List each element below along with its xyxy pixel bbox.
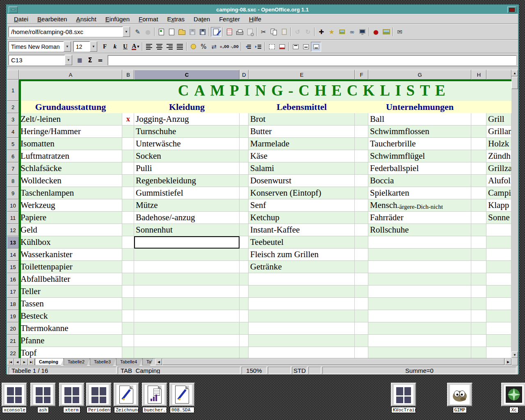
cell-B8[interactable]	[122, 175, 134, 187]
cell-B16[interactable]	[122, 273, 134, 285]
cell-C7[interactable]: Pulli	[134, 162, 240, 175]
stop-loading-icon[interactable]: ●	[143, 27, 153, 37]
align-right-icon[interactable]	[164, 42, 175, 52]
cell-F6[interactable]	[355, 150, 368, 162]
cell-A3[interactable]: Zelt/-leinen	[19, 113, 122, 126]
cell-D16[interactable]	[240, 273, 249, 285]
cell-reference-dropdown-button[interactable]: ▼	[65, 55, 72, 65]
column-header-D[interactable]: D	[240, 70, 249, 80]
cell-D11[interactable]	[240, 212, 249, 224]
sheet-last-button[interactable]: ▶|	[28, 358, 35, 365]
cell-C22[interactable]	[134, 347, 240, 358]
cell-E15[interactable]: Getränke	[249, 261, 355, 273]
desktop-icon-008-sda-[interactable]: 008.SDA (	[169, 383, 195, 415]
cell-H12[interactable]	[471, 224, 486, 236]
cell-E16[interactable]	[249, 273, 355, 285]
cell-H6[interactable]	[471, 150, 486, 162]
font-name-input[interactable]: Times New Roman	[9, 41, 64, 52]
column-header-A[interactable]: A	[19, 70, 122, 80]
cell-H7[interactable]	[471, 162, 486, 175]
cell-C10[interactable]: Mütze	[134, 199, 240, 212]
cell-E10[interactable]: Senf	[249, 199, 355, 212]
cell-H14[interactable]	[471, 249, 486, 261]
cell-B7[interactable]	[122, 162, 134, 175]
cell-A17[interactable]: Teller	[19, 285, 122, 298]
cell-D15[interactable]	[240, 261, 249, 273]
cell-F18[interactable]	[355, 298, 368, 310]
cell-E21[interactable]	[249, 335, 355, 347]
cell-H13[interactable]	[471, 236, 486, 249]
cell-E5[interactable]: Marmelade	[249, 138, 355, 150]
cell-D13[interactable]	[240, 236, 249, 249]
cell-C16[interactable]	[134, 273, 240, 285]
cell-D6[interactable]	[240, 150, 249, 162]
hyperlink-icon[interactable]: ∞	[347, 27, 357, 37]
row-header-16[interactable]: 16	[7, 273, 19, 285]
cell-E7[interactable]: Salami	[249, 162, 355, 175]
desktop-icon-xconsole[interactable]: xconsole	[2, 383, 27, 415]
font-size-combobox[interactable]: 12 ▼	[73, 41, 97, 52]
cell-G9[interactable]: Spielkarten	[368, 187, 471, 199]
cell-E18[interactable]	[249, 298, 355, 310]
redo-icon[interactable]: ↻	[303, 27, 313, 37]
cell-A12[interactable]: Geld	[19, 224, 122, 236]
underline-button[interactable]: U	[120, 42, 130, 52]
hscroll-right-button[interactable]: ▶	[505, 358, 511, 365]
cell-B19[interactable]	[122, 310, 134, 322]
select-all-corner[interactable]	[7, 70, 19, 80]
cell-A20[interactable]: Thermokanne	[19, 322, 122, 335]
cell-A22[interactable]: Topf	[19, 347, 122, 358]
column-header-G[interactable]: G	[368, 70, 471, 80]
sheet-tab-camping[interactable]: Camping	[35, 358, 64, 365]
desktop-icon-kvoctrain[interactable]: KVocTrain	[391, 383, 416, 415]
cell-F20[interactable]	[355, 322, 368, 335]
cell-B13[interactable]	[122, 236, 134, 249]
delete-decimal-icon[interactable]: -,00	[229, 42, 240, 52]
cell-A4[interactable]: Heringe/Hammer	[19, 126, 122, 138]
cell-H10[interactable]	[471, 199, 486, 212]
menu-format[interactable]: Format	[134, 15, 163, 23]
cell-H19[interactable]	[471, 310, 486, 322]
cell-F10[interactable]	[355, 199, 368, 212]
cell-D17[interactable]	[240, 285, 249, 298]
cell-F17[interactable]	[355, 285, 368, 298]
background-color-icon[interactable]	[277, 42, 287, 52]
align-left-icon[interactable]	[144, 42, 154, 52]
desktop-icon-zeichnung-[interactable]: Zeichnung-	[114, 383, 139, 415]
mail-document-icon[interactable]: ✉	[395, 27, 405, 37]
mode-field[interactable]: STD	[292, 367, 307, 374]
cell-C15[interactable]	[134, 261, 240, 273]
cell-I5[interactable]: Holzk	[486, 138, 511, 150]
menu-fenster[interactable]: Fenster	[215, 15, 244, 23]
cell-A21[interactable]: Pfanne	[19, 335, 122, 347]
align-justify-icon[interactable]	[175, 42, 185, 52]
menu-ansicht[interactable]: Ansicht	[72, 15, 101, 23]
cell-H5[interactable]	[471, 138, 486, 150]
cell-G18[interactable]	[368, 298, 471, 310]
cell-reference-box[interactable]: C13 ▼	[9, 55, 72, 65]
cell-B10[interactable]	[122, 199, 134, 212]
cell-G10[interactable]: Mensch-ärgere-Dich-nicht	[368, 199, 471, 212]
row-header-7[interactable]: 7	[7, 162, 19, 175]
cell-E14[interactable]: Fleisch zum Grillen	[249, 249, 355, 261]
cell-I10[interactable]: Klapp	[486, 199, 511, 212]
insert-graphics-icon[interactable]	[381, 27, 391, 37]
cell-A15[interactable]: Toilettenpapier	[19, 261, 122, 273]
cell-C18[interactable]	[134, 298, 240, 310]
desktop-icon-xc[interactable]: Xc	[501, 383, 525, 415]
cell-C3[interactable]: Jogging-Anzug	[134, 113, 240, 126]
cell-D7[interactable]	[240, 162, 249, 175]
sheet-next-button[interactable]: ▶	[21, 358, 28, 365]
cell-E19[interactable]	[249, 310, 355, 322]
paste-icon[interactable]	[279, 27, 289, 37]
cell-I12[interactable]	[486, 224, 511, 236]
menu-hilfe[interactable]: Hilfe	[244, 15, 266, 23]
save-all-icon[interactable]	[197, 27, 208, 37]
print-icon[interactable]	[235, 27, 245, 37]
cell-F22[interactable]	[355, 347, 368, 358]
html-source-icon[interactable]	[357, 27, 368, 37]
row-header-3[interactable]: 3	[7, 113, 19, 126]
vertical-scroll-thumb[interactable]	[511, 77, 518, 89]
font-name-dropdown-button[interactable]: ▼	[64, 41, 71, 52]
cell-A11[interactable]: Papiere	[19, 212, 122, 224]
